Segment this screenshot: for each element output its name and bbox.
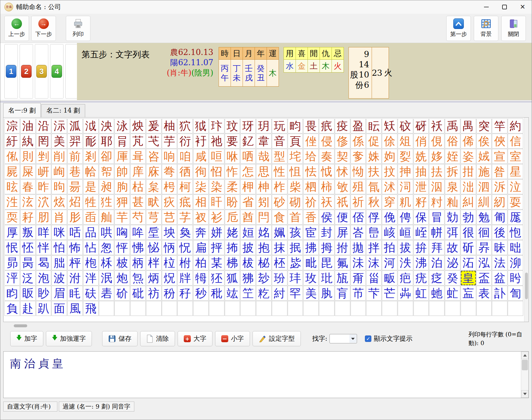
grid-cell[interactable]: 峐 [382,225,397,240]
grid-cell[interactable]: 砑 [413,118,429,133]
grid-cell[interactable]: 突 [476,118,492,133]
first-step-button[interactable]: 第一步 [446,16,471,41]
grid-cell[interactable]: 削 [52,149,67,164]
grid-cell[interactable]: 俎 [398,134,413,149]
grid-cell[interactable]: 玅 [256,271,272,285]
grid-cell[interactable]: 哅 [114,225,130,240]
grid-cell[interactable]: 怍 [225,164,240,179]
grid-cell[interactable]: 籺 [256,286,272,301]
grid-cell[interactable]: 宦 [303,225,319,240]
grid-horizontal-scrollbar-thumb[interactable] [14,324,27,327]
grid-cell[interactable]: 某 [209,255,224,270]
grid-cell[interactable]: 食 [272,210,287,225]
grid-cell[interactable]: 泙 [4,271,20,285]
grid-cell[interactable]: 昦 [476,240,492,255]
grid-cell[interactable]: 姴 [398,149,413,164]
grid-cell[interactable]: 奓 [351,149,366,164]
grid-cell[interactable]: 昜 [67,179,83,194]
grid-cell[interactable]: 响 [162,149,177,164]
grid-cell[interactable]: 祊 [146,286,162,301]
grid-cell[interactable]: 拜 [429,240,445,255]
grid-cell[interactable]: 眇 [36,286,52,301]
grid-cell[interactable]: 泄 [413,179,429,194]
grid-cell[interactable]: 虵 [429,286,445,301]
grid-cell[interactable]: 扶 [366,164,382,179]
grid-cell[interactable]: 炴 [130,118,146,133]
grid-cell[interactable]: 俗 [445,134,460,149]
grid-cell[interactable]: 拌 [366,240,382,255]
grid-cell[interactable]: 柴 [288,179,303,194]
grid-cell[interactable]: 俬 [4,149,20,164]
scrollbar-thumb[interactable] [525,273,528,299]
grid-cell[interactable]: 罕 [288,286,303,301]
grid-cell[interactable]: 肒 [319,286,334,301]
grid-cell[interactable]: 弭 [445,225,460,240]
grid-cell[interactable]: 矧 [256,194,272,209]
grid-cell[interactable]: 柛 [256,179,272,194]
grid-cell[interactable]: 法 [492,255,507,270]
grid-cell[interactable]: 抨 [209,240,224,255]
grid-cell[interactable]: 玭 [319,271,334,285]
grid-cell[interactable]: 咸 [193,149,209,164]
grid-cell[interactable]: 炮 [114,271,130,285]
grid-cell[interactable]: 抿 [288,240,303,255]
grid-cell[interactable]: 祈 [351,194,366,209]
grid-cell[interactable]: 肜 [67,210,83,225]
grid-cell[interactable]: 砇 [398,118,413,133]
grid-cell[interactable]: 侳 [303,134,319,149]
grid-cell[interactable]: 毘 [319,255,334,270]
grid-cell[interactable]: 拇 [319,240,334,255]
grid-cell[interactable]: 枵 [162,179,177,194]
grid-cell[interactable]: 俠 [492,134,507,149]
grid-cell[interactable]: 哄 [99,225,114,240]
grid-cell[interactable]: 牉 [177,271,193,285]
grid-cell[interactable]: 厖 [508,210,523,225]
grid-cell[interactable]: 勉 [476,210,492,225]
grid-cell[interactable]: 厚 [4,225,20,240]
grid-cell[interactable]: 哂 [240,149,256,164]
grid-cell[interactable]: 沿 [36,118,52,133]
grid-cell[interactable]: 帤 [99,164,114,179]
grid-cell[interactable]: 怑 [36,240,52,255]
grid-cell[interactable]: 罔 [36,134,52,149]
grid-cell[interactable]: 昨 [36,179,52,194]
grid-cell[interactable]: 姿 [461,149,476,164]
grid-cell[interactable]: 咻 [225,149,240,164]
grid-cell[interactable]: 斫 [461,240,476,255]
grid-cell[interactable]: 抱 [256,240,272,255]
grid-cell[interactable]: 畇 [288,118,303,133]
grid-cell[interactable]: 抆 [382,164,397,179]
grid-cell[interactable]: 泓 [476,255,492,270]
grid-cell[interactable]: 故 [445,240,460,255]
grid-cell[interactable]: 面 [52,301,67,316]
grid-cell[interactable]: 姝 [366,149,382,164]
grid-cell[interactable]: 朏 [52,255,67,270]
grid-cell[interactable]: 怗 [83,240,99,255]
grid-cell[interactable]: 爰 [146,118,162,133]
grid-cell[interactable]: 泯 [99,271,114,285]
grid-cell[interactable]: 拍 [382,240,397,255]
grid-cell[interactable]: 峘 [398,225,413,240]
grid-cell[interactable]: 厙 [114,149,130,164]
grid-cell[interactable]: 耏 [83,134,99,149]
grid-cell[interactable]: 沶 [52,118,67,133]
grid-cell[interactable]: 虹 [413,286,429,301]
grid-cell[interactable]: 禺 [461,118,476,133]
grid-cell[interactable]: 抻 [398,164,413,179]
grid-cell[interactable]: 俖 [351,210,366,225]
grid-cell[interactable]: 衩 [193,210,209,225]
grid-cell[interactable]: 屏 [335,225,350,240]
grid-cell[interactable]: 帥 [114,164,130,179]
grid-cell[interactable]: 拊 [335,240,350,255]
grid-cell[interactable]: 甚 [130,194,146,209]
grid-cell[interactable]: 泩 [4,194,20,209]
grid-cell[interactable]: 盻 [508,271,523,285]
grid-cell[interactable]: 便 [335,210,350,225]
grid-cell[interactable]: 閂 [256,210,272,225]
grid-cell[interactable]: 哉 [256,149,272,164]
grid-cell[interactable]: 曷 [36,255,52,270]
grid-cell[interactable]: 紃 [476,194,492,209]
grid-cell[interactable]: 盰 [209,194,224,209]
grid-cell[interactable]: 泗 [476,179,492,194]
grid-cell[interactable]: 芐 [366,286,382,301]
